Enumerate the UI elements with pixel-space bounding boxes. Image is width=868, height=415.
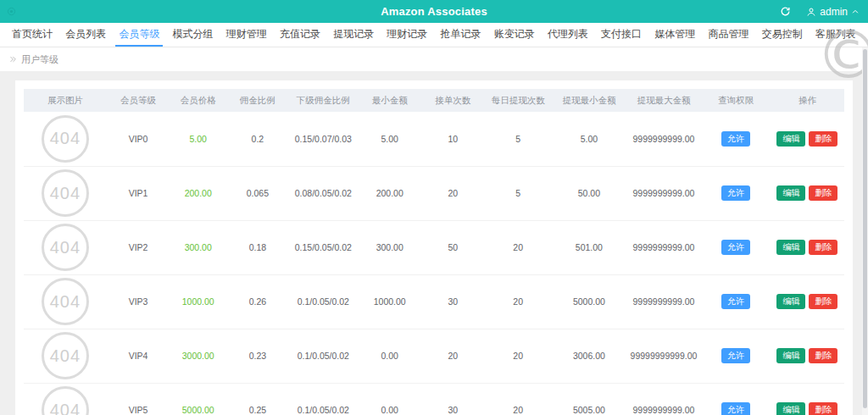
- scrollbar: [862, 47, 868, 415]
- header-cell: 接单次数: [421, 89, 484, 112]
- nav-item[interactable]: 交易控制: [759, 23, 806, 47]
- price-cell: 1000.00: [170, 274, 226, 329]
- user-name: admin: [820, 6, 848, 18]
- delete-button[interactable]: 删除: [809, 240, 837, 255]
- permission-cell: 允许: [702, 220, 771, 274]
- orders-cell: 30: [421, 274, 484, 329]
- header-cell: 操作: [771, 89, 844, 112]
- nav-item-label: 商品管理: [708, 27, 748, 42]
- edit-button[interactable]: 编辑: [776, 348, 805, 363]
- nav-item[interactable]: 会员列表: [62, 23, 109, 47]
- nav-item-label: 支付接口: [601, 27, 642, 42]
- edit-button[interactable]: 编辑: [776, 131, 805, 147]
- table-row: 404 VIP2 300.00 0.18 0.15/0.05/0.02 300.…: [24, 220, 844, 274]
- breadcrumb: 用户等级: [0, 47, 868, 71]
- level-cell: VIP1: [107, 166, 170, 220]
- levels-table: 展示图片会员等级会员价格佣金比例下级佣金比例最小金额接单次数每日提现次数提现最小…: [24, 89, 844, 415]
- table-body: 404 VIP0 5.00 0.2 0.15/0.07/0.03 5.00 10…: [24, 112, 844, 415]
- nav-item[interactable]: 提现记录: [330, 23, 377, 47]
- delete-button[interactable]: 删除: [809, 348, 837, 363]
- min-withdrawal-cell: 501.00: [552, 220, 626, 274]
- refresh-icon[interactable]: [780, 6, 791, 17]
- level-cell: VIP4: [107, 329, 170, 383]
- nav-item[interactable]: 模式分组: [170, 23, 217, 47]
- allow-button[interactable]: 允许: [721, 131, 750, 147]
- image-placeholder-404: 404: [42, 224, 89, 271]
- ratio-cell: 0.065: [226, 166, 289, 220]
- level-cell: VIP2: [107, 220, 170, 274]
- nav-item[interactable]: 账变记录: [491, 23, 538, 47]
- nav-item[interactable]: 理财记录: [383, 23, 431, 47]
- edit-button[interactable]: 编辑: [776, 240, 805, 255]
- nav-item[interactable]: 首页统计: [8, 23, 56, 47]
- min-amount-cell: 300.00: [358, 220, 422, 274]
- scrollbar-thumb[interactable]: [863, 49, 867, 408]
- daily-withdrawals-cell: 20: [484, 274, 552, 329]
- min-withdrawal-cell: 50.00: [552, 166, 626, 220]
- permission-cell: 允许: [702, 274, 771, 329]
- delete-button[interactable]: 删除: [809, 294, 837, 309]
- sub-ratio-cell: 0.08/0.05/0.02: [289, 166, 358, 220]
- image-cell: 404: [24, 220, 107, 274]
- min-withdrawal-cell: 5000.00: [552, 274, 626, 329]
- app-header: Amazon Associates admin: [0, 0, 868, 23]
- content-panel: 展示图片会员等级会员价格佣金比例下级佣金比例最小金额接单次数每日提现次数提现最小…: [15, 80, 853, 415]
- image-cell: 404: [24, 329, 107, 383]
- user-menu[interactable]: admin: [806, 6, 860, 18]
- chevron-up-icon: [851, 8, 860, 16]
- edit-button[interactable]: 编辑: [776, 294, 805, 309]
- sub-ratio-cell: 0.15/0.05/0.02: [289, 220, 358, 274]
- allow-button[interactable]: 允许: [721, 348, 750, 363]
- nav-item[interactable]: 抢单记录: [437, 23, 485, 47]
- header-cell: 提现最大金额: [626, 89, 701, 112]
- nav-item-label: 理财管理: [226, 27, 267, 42]
- sub-ratio-cell: 0.15/0.07/0.03: [289, 112, 358, 166]
- delete-button[interactable]: 删除: [809, 402, 837, 415]
- image-placeholder-404: 404: [42, 278, 89, 325]
- nav-item[interactable]: 媒体管理: [651, 23, 698, 47]
- edit-button[interactable]: 编辑: [776, 402, 805, 415]
- permission-cell: 允许: [702, 383, 771, 415]
- allow-button[interactable]: 允许: [721, 185, 750, 201]
- nav-item[interactable]: 客服列表: [812, 23, 860, 47]
- min-amount-cell: 5.00: [358, 112, 422, 166]
- price-cell: 300.00: [170, 220, 226, 274]
- delete-button[interactable]: 删除: [809, 185, 837, 201]
- nav-item[interactable]: 会员等级: [115, 23, 163, 47]
- max-withdrawal-cell: 9999999999.00: [626, 220, 701, 274]
- delete-button[interactable]: 删除: [809, 131, 837, 147]
- allow-button[interactable]: 允许: [721, 240, 750, 255]
- header-cell: 每日提现次数: [484, 89, 552, 112]
- header-cell: 提现最小金额: [552, 89, 626, 112]
- breadcrumb-arrow-icon: [8, 55, 17, 64]
- actions-cell: 编辑删除: [771, 329, 844, 383]
- max-withdrawal-cell: 9999999999.00: [626, 383, 701, 415]
- allow-button[interactable]: 允许: [721, 402, 750, 415]
- sub-ratio-cell: 0.1/0.05/0.02: [289, 383, 358, 415]
- header-cell: 展示图片: [24, 89, 107, 112]
- daily-withdrawals-cell: 20: [484, 383, 552, 415]
- image-cell: 404: [24, 112, 107, 166]
- nav-item[interactable]: 理财管理: [223, 23, 270, 47]
- daily-withdrawals-cell: 20: [484, 220, 552, 274]
- ratio-cell: 0.18: [226, 220, 289, 274]
- nav-item-label: 充值记录: [280, 27, 320, 42]
- allow-button[interactable]: 允许: [721, 294, 750, 309]
- image-placeholder-404: 404: [42, 386, 89, 415]
- price-cell: 3000.00: [170, 329, 226, 383]
- image-cell: 404: [24, 383, 107, 415]
- actions-cell: 编辑删除: [771, 220, 844, 274]
- table-row: 404 VIP5 5000.00 0.25 0.1/0.05/0.02 0.00…: [24, 383, 844, 415]
- nav-item[interactable]: 代理列表: [544, 23, 592, 47]
- level-cell: VIP3: [107, 274, 170, 329]
- nav-item-label: 账变记录: [494, 27, 535, 42]
- image-cell: 404: [24, 274, 107, 329]
- edit-button[interactable]: 编辑: [776, 185, 805, 201]
- nav-item[interactable]: 支付接口: [598, 23, 645, 47]
- nav-item[interactable]: 商品管理: [704, 23, 752, 47]
- nav-item[interactable]: 充值记录: [276, 23, 324, 47]
- image-placeholder-404: 404: [42, 169, 89, 217]
- header-cell: 会员价格: [170, 89, 226, 112]
- header-cell: 佣金比例: [226, 89, 289, 112]
- header-cell: 下级佣金比例: [289, 89, 358, 112]
